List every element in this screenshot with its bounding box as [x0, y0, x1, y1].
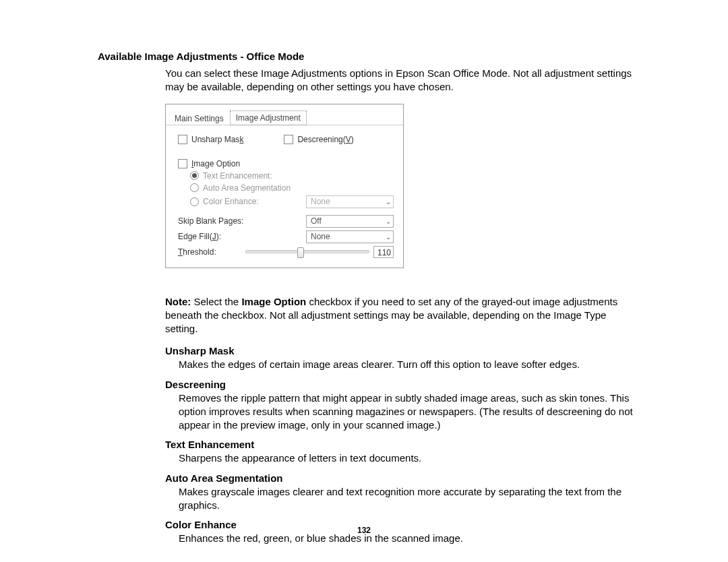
text-enhancement-radio[interactable] — [190, 171, 199, 180]
unsharp-mask-label: Unsharp Mask — [191, 135, 243, 144]
auto-area-segmentation-label: Auto Area Segmentation — [203, 183, 291, 193]
intro-text: You can select these Image Adjustments o… — [165, 67, 634, 94]
threshold-label: Threshold: — [178, 247, 245, 257]
term-auto-area: Auto Area Segmentation — [165, 472, 634, 484]
auto-area-segmentation-radio[interactable] — [190, 183, 199, 192]
edge-fill-label: Edge Fill(J): — [178, 232, 306, 241]
chevron-down-icon: ⌄ — [386, 233, 391, 241]
term-unsharp: Unsharp Mask — [165, 345, 634, 356]
body-unsharp: Makes the edges of certain image areas c… — [179, 358, 634, 371]
skip-blank-pages-label: Skip Blank Pages: — [178, 216, 306, 226]
image-option-checkbox[interactable] — [178, 159, 187, 168]
note-paragraph: Note: Select the Image Option checkbox i… — [165, 295, 634, 336]
page-heading: Available Image Adjustments - Office Mod… — [98, 51, 634, 62]
color-enhance-label: Color Enhance: — [203, 197, 306, 206]
edge-fill-combo[interactable]: None ⌄ — [306, 230, 394, 243]
edge-fill-value: None — [311, 232, 330, 241]
tab-main-settings[interactable]: Main Settings — [169, 111, 230, 125]
dialog-figure: Main Settings Image Adjustment Unsharp M… — [165, 104, 404, 268]
slider-thumb[interactable] — [297, 247, 304, 258]
skip-blank-pages-combo[interactable]: Off ⌄ — [306, 215, 394, 228]
tab-image-adjustment[interactable]: Image Adjustment — [230, 111, 307, 125]
color-enhance-combo[interactable]: None ⌄ — [306, 195, 394, 208]
term-descreening: Descreening — [165, 379, 634, 390]
descreening-label: Descreening(V) — [297, 135, 353, 144]
term-text-enhancement: Text Enhancement — [165, 439, 634, 450]
body-auto-area: Makes grayscale images clearer and text … — [179, 485, 634, 513]
threshold-slider[interactable] — [245, 246, 369, 258]
descreening-checkbox[interactable] — [284, 135, 293, 144]
image-option-label: Image Option — [191, 159, 240, 168]
threshold-value[interactable]: 110 — [373, 246, 394, 258]
chevron-down-icon: ⌄ — [386, 218, 391, 225]
color-enhance-radio[interactable] — [190, 197, 199, 206]
page-number: 132 — [0, 526, 728, 535]
text-enhancement-label: Text Enhancement: — [203, 171, 272, 181]
body-text-enhancement: Sharpens the appearance of letters in te… — [179, 451, 634, 465]
unsharp-mask-checkbox[interactable] — [178, 135, 187, 144]
color-enhance-value: None — [311, 197, 330, 206]
chevron-down-icon: ⌄ — [386, 198, 391, 206]
body-descreening: Removes the ripple pattern that might ap… — [179, 392, 634, 433]
skip-blank-pages-value: Off — [311, 216, 322, 226]
